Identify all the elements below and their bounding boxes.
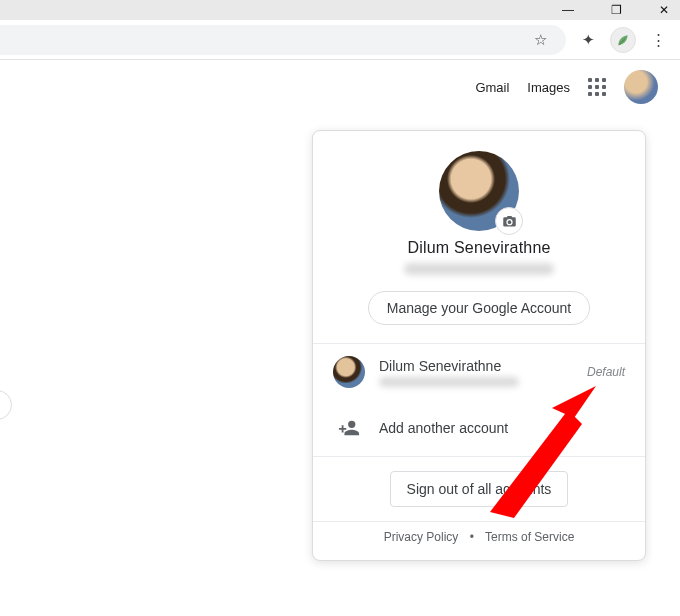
images-link[interactable]: Images [527, 80, 570, 95]
bookmark-star-icon[interactable]: ☆ [528, 31, 552, 49]
account-menu: Dilum Senevirathne Manage your Google Ac… [312, 130, 646, 561]
default-badge: Default [587, 365, 625, 379]
maximize-button[interactable]: ❐ [606, 3, 626, 17]
browser-menu-icon[interactable]: ⋮ [646, 31, 670, 49]
partial-button[interactable] [0, 390, 12, 420]
person-add-icon [333, 412, 365, 444]
terms-link[interactable]: Terms of Service [485, 530, 574, 544]
profile-email [404, 263, 554, 275]
profile-avatar [439, 151, 519, 231]
manage-account-button[interactable]: Manage your Google Account [368, 291, 590, 325]
gmail-link[interactable]: Gmail [475, 80, 509, 95]
privacy-link[interactable]: Privacy Policy [384, 530, 459, 544]
separator-dot: • [470, 530, 474, 544]
account-name: Dilum Senevirathne [379, 358, 573, 374]
add-account-label: Add another account [379, 420, 625, 436]
close-button[interactable]: ✕ [654, 3, 674, 17]
google-apps-icon[interactable] [588, 78, 606, 96]
add-account-row[interactable]: Add another account [313, 400, 645, 456]
divider [313, 456, 645, 457]
minimize-button[interactable]: — [558, 3, 578, 17]
popup-footer: Privacy Policy • Terms of Service [313, 522, 645, 548]
browser-profile-chip[interactable] [610, 27, 636, 53]
account-avatar[interactable] [624, 70, 658, 104]
sign-out-button[interactable]: Sign out of all accounts [390, 471, 569, 507]
camera-icon [502, 214, 517, 229]
account-text: Dilum Senevirathne [379, 358, 573, 387]
page-header: Gmail Images [0, 60, 680, 114]
browser-toolbar: ☆ ✦ ⋮ [0, 20, 680, 60]
window-titlebar: — ❐ ✕ [0, 0, 680, 20]
profile-name: Dilum Senevirathne [313, 239, 645, 257]
account-row[interactable]: Dilum Senevirathne Default [313, 344, 645, 400]
leaf-icon [615, 32, 631, 48]
omnibox[interactable]: ☆ [0, 25, 566, 55]
change-photo-button[interactable] [495, 207, 523, 235]
account-avatar-small [333, 356, 365, 388]
account-email [379, 377, 519, 387]
extensions-icon[interactable]: ✦ [576, 31, 600, 49]
